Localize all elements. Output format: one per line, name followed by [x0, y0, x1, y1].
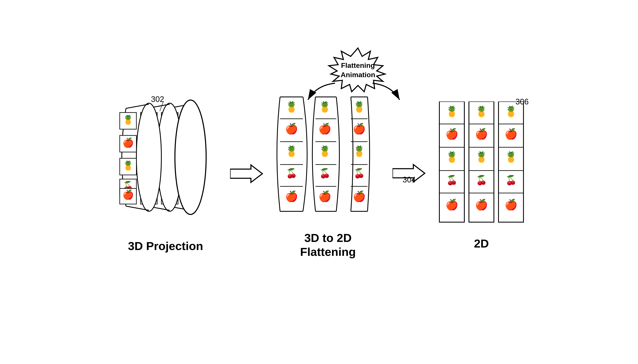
svg-text:🍒: 🍒	[286, 168, 297, 179]
svg-text:🍍: 🍍	[318, 145, 332, 158]
svg-text:🍍: 🍍	[122, 160, 134, 171]
main-content: 302	[0, 0, 638, 364]
svg-text:🍍: 🍍	[475, 151, 488, 163]
svg-text:🍎: 🍎	[285, 122, 298, 135]
drum-3d-visual: 🍍 🍎 🍍 🍒 🍎	[114, 99, 218, 225]
ref-306: 306	[516, 97, 529, 106]
svg-text:🍍: 🍍	[505, 151, 518, 163]
svg-text:🍍: 🍍	[122, 114, 134, 125]
bubble-arrow2-svg	[300, 81, 341, 106]
curved-svg: 🍍 🍎 🍍 🍒 🍎	[276, 93, 380, 218]
ref-302: 302	[151, 95, 164, 104]
arrow-1-svg	[230, 163, 263, 184]
arrow-1-container	[230, 163, 263, 184]
svg-text:🍎: 🍎	[353, 122, 366, 135]
curved-columns-visual: 🍍 🍎 🍍 🍒 🍎	[276, 93, 380, 218]
svg-text:🍎: 🍎	[445, 128, 459, 140]
section-3d: 302	[114, 99, 218, 253]
flat-col-3-svg: 🍍 🍎 🍍 🍒 🍎	[497, 102, 524, 224]
arrow-2-container: 304	[393, 163, 426, 184]
svg-text:🍍: 🍍	[445, 105, 459, 118]
section-2d: 306 🍍 🍎 🍍 🍒 🍎	[438, 102, 524, 250]
speech-bubble-container: Flattening Animation	[321, 47, 395, 94]
svg-marker-34	[230, 165, 262, 182]
svg-text:🍍: 🍍	[505, 105, 518, 118]
svg-text:🍒: 🍒	[446, 175, 458, 186]
flat-columns-visual: 🍍 🍎 🍍 🍒 🍎 🍍 🍎 🍍 🍒	[438, 102, 524, 224]
svg-text:Flattening: Flattening	[341, 61, 375, 69]
svg-text:🍎: 🍎	[122, 189, 134, 200]
label-mid: 3D to 2D Flattening	[300, 231, 356, 259]
svg-text:🍒: 🍒	[319, 168, 331, 179]
ref-304-container: 304	[393, 163, 426, 184]
svg-point-33	[175, 100, 206, 214]
svg-text:🍒: 🍒	[505, 175, 517, 186]
section-mid: Flattening Animation	[276, 93, 380, 259]
svg-text:Animation: Animation	[341, 71, 375, 78]
label-3d-projection: 3D Projection	[128, 239, 203, 253]
bubble-arrow-svg	[366, 81, 408, 106]
svg-text:🍎: 🍎	[318, 122, 332, 135]
svg-text:🍒: 🍒	[354, 168, 365, 179]
drum-svg: 🍍 🍎 🍍 🍒 🍎	[114, 99, 218, 224]
diagram-container: 302	[0, 0, 638, 364]
label-2d: 2D	[474, 237, 489, 250]
flat-col-1-svg: 🍍 🍎 🍍 🍒 🍎	[438, 102, 465, 224]
svg-text:🍎: 🍎	[285, 190, 298, 202]
svg-text:🍍: 🍍	[285, 101, 298, 113]
svg-text:🍒: 🍒	[476, 175, 487, 186]
svg-text:🍎: 🍎	[353, 190, 366, 202]
svg-text:🍎: 🍎	[505, 128, 518, 140]
ref-304: 304	[403, 175, 416, 184]
svg-text:🍍: 🍍	[445, 151, 459, 163]
svg-text:🍍: 🍍	[353, 145, 366, 158]
svg-point-22	[136, 103, 161, 211]
svg-text:🍍: 🍍	[285, 145, 298, 158]
svg-text:🍎: 🍎	[505, 198, 518, 211]
svg-text:🍍: 🍍	[475, 105, 488, 118]
svg-text:🍍: 🍍	[353, 101, 366, 113]
svg-text:🍎: 🍎	[318, 190, 332, 202]
svg-text:🍎: 🍎	[445, 198, 459, 211]
svg-text:🍎: 🍎	[475, 198, 488, 211]
flat-col-2-svg: 🍍 🍎 🍍 🍒 🍎	[468, 102, 495, 224]
svg-text:🍎: 🍎	[475, 128, 488, 140]
svg-text:🍎: 🍎	[122, 137, 134, 148]
